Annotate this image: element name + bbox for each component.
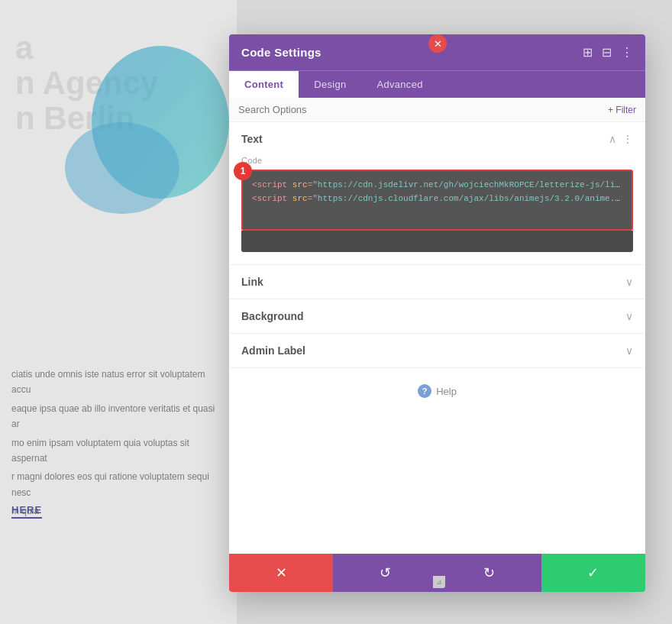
text-section-title: Text [241,133,263,145]
link-section: Link ∨ [229,265,645,299]
help-section: ? Help [229,368,645,413]
text-section-icons: ∧ ⋮ [609,133,633,145]
undo-button[interactable]: ↺ [333,554,437,592]
redo-button[interactable]: ↻ [438,554,541,592]
cancel-button[interactable]: ✕ [229,554,333,592]
code-line-1: <script src="https://cdn.jsdelivr.net/gh… [252,179,622,192]
columns-icon[interactable]: ⊟ [602,45,612,60]
admin-label-section-header[interactable]: Admin Label ∨ [229,334,645,367]
filter-button[interactable]: + Filter [608,105,636,115]
panel-close-button[interactable]: ✕ [428,34,447,53]
panel-tabs: Content Design Advanced [229,70,645,98]
code-editor[interactable]: <script src="https://cdn.jsdelivr.net/gh… [241,170,633,231]
more-icon[interactable]: ⋮ [621,45,633,60]
resize-handle[interactable]: ⊿ [433,576,445,588]
tab-advanced[interactable]: Advanced [361,71,438,98]
link-section-header[interactable]: Link ∨ [229,265,645,299]
grid-icon[interactable]: ⊞ [583,45,593,60]
code-line-2: <script src="https://cdnjs.cloudflare.co… [252,192,622,206]
admin-label-section: Admin Label ∨ [229,334,645,368]
text-section-body: Code 1 <script src="https://cdn.jsdelivr… [229,156,645,264]
save-button[interactable]: ✓ [541,554,645,592]
link-section-title: Link [241,276,263,288]
panel-title: Code Settings [241,46,321,59]
code-editor-footer [241,231,633,252]
background-section-icons: ∨ [625,310,633,322]
collapse-icon[interactable]: ∧ [609,133,616,145]
tab-content[interactable]: Content [229,71,299,98]
background-expand-icon[interactable]: ∨ [625,310,633,322]
help-button[interactable]: ? Help [418,384,457,398]
link-section-icons: ∨ [625,276,633,288]
text-section-header[interactable]: Text ∧ ⋮ [229,122,645,156]
code-settings-panel: Code Settings ⊞ ⊟ ⋮ Content Design Advan… [229,34,645,592]
tab-design[interactable]: Design [299,71,361,98]
link-expand-icon[interactable]: ∨ [625,276,633,288]
help-label: Help [436,386,457,397]
help-icon: ? [418,384,431,398]
background-section: Background ∨ [229,299,645,334]
code-wrapper: 1 <script src="https://cdn.jsdelivr.net/… [241,170,633,252]
panel-content: Text ∧ ⋮ Code 1 <script src="https://cdn… [229,122,645,554]
background-section-title: Background [241,310,304,322]
background-section-header[interactable]: Background ∨ [229,299,645,333]
admin-label-section-icons: ∨ [625,344,633,357]
search-bar: + Filter [229,98,645,122]
search-input[interactable] [238,104,608,115]
text-section: Text ∧ ⋮ Code 1 <script src="https://cdn… [229,122,645,265]
admin-label-expand-icon[interactable]: ∨ [625,344,633,357]
code-label: Code [241,156,633,165]
panel-header-actions: ⊞ ⊟ ⋮ [583,45,633,60]
admin-label-section-title: Admin Label [241,344,305,357]
section-more-icon[interactable]: ⋮ [622,133,633,145]
step-badge: 1 [234,162,252,180]
